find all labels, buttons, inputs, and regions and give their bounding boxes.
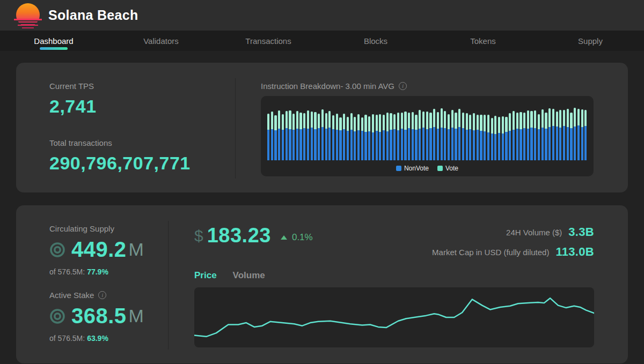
chart-legend: NonVote Vote (266, 164, 588, 173)
nav-label: Tokens (470, 36, 496, 46)
stacked-bar (484, 115, 486, 160)
stacked-bar (390, 113, 392, 160)
stacked-bar (347, 117, 349, 160)
nav-label: Validators (143, 36, 179, 46)
nav-item-transactions[interactable]: Transactions (215, 31, 322, 51)
instruction-bars (266, 107, 588, 160)
stacked-bar (412, 112, 414, 160)
chart-tabs: Price Volume (194, 270, 594, 281)
stacked-bar (466, 113, 468, 160)
stacked-bar (307, 110, 309, 160)
instruction-breakdown-header: Instruction Breakdown- 3.00 min AVG (261, 81, 594, 91)
price-chart-panel (194, 287, 594, 347)
stacked-bar (383, 115, 385, 160)
stacked-bar (267, 114, 269, 160)
stacked-bar (581, 109, 583, 160)
stacked-bar (516, 113, 518, 160)
active-stake-unit: M (129, 306, 144, 326)
volume-24h-value: 3.3B (568, 225, 594, 239)
circulating-supply-value: 449.2 (71, 237, 127, 262)
nav-item-blocks[interactable]: Blocks (322, 31, 429, 51)
app-title[interactable]: Solana Beach (48, 8, 138, 23)
sunset-logo-icon[interactable] (14, 1, 42, 30)
stacked-bar (289, 110, 291, 160)
up-triangle-icon (281, 235, 287, 240)
stacked-bar (296, 111, 298, 160)
stacked-bar (408, 113, 410, 160)
stacked-bar (415, 115, 417, 160)
stacked-bar (552, 109, 554, 160)
nav-item-supply[interactable]: Supply (537, 31, 644, 51)
circulating-supply-unit: M (129, 239, 144, 260)
stacked-bar (318, 114, 320, 160)
stacked-bar (426, 112, 428, 160)
network-stats-card: Current TPS 2,741 Total transactions 290… (16, 63, 628, 192)
nav-item-dashboard[interactable]: Dashboard (0, 31, 107, 51)
stacked-bar (509, 113, 511, 160)
nav-item-validators[interactable]: Validators (107, 31, 215, 51)
market-metrics: 24H Volume ($) 3.3B Market Cap in USD (f… (432, 224, 594, 264)
nav-label: Supply (578, 36, 603, 46)
info-icon[interactable] (98, 291, 106, 299)
instruction-breakdown-title: Instruction Breakdown- 3.00 min AVG (261, 81, 394, 91)
stacked-bar (505, 117, 507, 160)
volume-24h-row: 24H Volume ($) 3.3B (432, 224, 594, 240)
stacked-bar (541, 109, 544, 160)
supply-percent: 77.9% (87, 268, 108, 276)
legend-item-vote[interactable]: Vote (437, 165, 458, 172)
active-stake-label: Active Stake (49, 291, 94, 300)
stacked-bar (570, 113, 572, 160)
nav-item-tokens[interactable]: Tokens (429, 31, 537, 51)
nav-label: Dashboard (34, 36, 73, 46)
tab-volume[interactable]: Volume (233, 270, 265, 281)
price-currency-symbol: $ (194, 227, 203, 245)
tab-price[interactable]: Price (194, 270, 217, 281)
stacked-bar (321, 109, 324, 160)
stacked-bar (538, 114, 540, 160)
total-transactions-value: 290,796,707,771 (49, 153, 235, 174)
price-value: 183.23 (207, 224, 271, 247)
stacked-bar (584, 110, 587, 160)
current-tps-value: 2,741 (49, 96, 235, 117)
solana-token-icon (49, 242, 65, 258)
nonvote-swatch-icon (396, 166, 401, 171)
stacked-bar (397, 113, 399, 160)
stacked-bar (480, 115, 482, 160)
stacked-bar (513, 111, 515, 160)
instruction-chart-panel: NonVote Vote (261, 96, 594, 176)
stacked-bar (401, 113, 403, 160)
nav-label: Transactions (245, 36, 291, 46)
stacked-bar (350, 113, 353, 160)
stacked-bar (534, 110, 536, 160)
stacked-bar (368, 116, 370, 160)
active-stake-value: 368.5 (71, 304, 127, 328)
stacked-bar (455, 113, 457, 160)
circulating-supply-sub: of 576.5M:77.9% (49, 268, 168, 276)
solana-token-icon (49, 308, 65, 324)
active-stake-sub: of 576.5M:63.9% (49, 334, 168, 343)
market-cap-value: 113.0B (555, 245, 594, 259)
stacked-bar (477, 115, 479, 160)
supply-column: Circulating Supply 449.2 M of 576.5M:77.… (16, 224, 168, 347)
stacked-bar (473, 113, 475, 160)
stacked-bar (274, 115, 276, 160)
stacked-bar (372, 114, 374, 160)
stacked-bar (491, 118, 493, 160)
legend-item-nonvote[interactable]: NonVote (396, 165, 429, 172)
stacked-bar (577, 109, 580, 160)
stacked-bar (422, 112, 425, 160)
stacked-bar (567, 109, 569, 160)
stacked-bar (530, 111, 532, 160)
circulating-supply-block: Circulating Supply 449.2 M of 576.5M:77.… (49, 224, 168, 276)
stacked-bar (364, 115, 367, 160)
main-nav: Dashboard Validators Transactions Blocks… (0, 31, 644, 51)
stacked-bar (325, 113, 327, 160)
stacked-bar (339, 117, 341, 160)
info-icon[interactable] (399, 82, 407, 90)
vote-swatch-icon (437, 166, 443, 171)
legend-label-nonvote: NonVote (404, 165, 429, 172)
market-card: Circulating Supply 449.2 M of 576.5M:77.… (16, 205, 628, 363)
stake-fraction-label: of 576.5M: (49, 334, 85, 343)
price-line (194, 298, 594, 337)
stake-percent: 63.9% (87, 334, 108, 343)
